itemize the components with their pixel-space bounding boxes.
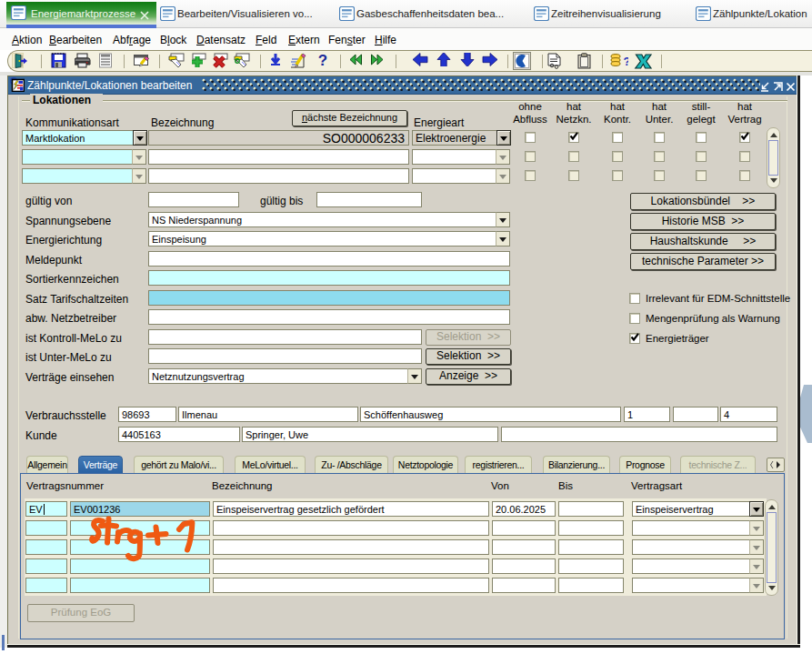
svg-text:?: ? — [318, 53, 327, 68]
svg-text:?: ? — [624, 55, 629, 68]
